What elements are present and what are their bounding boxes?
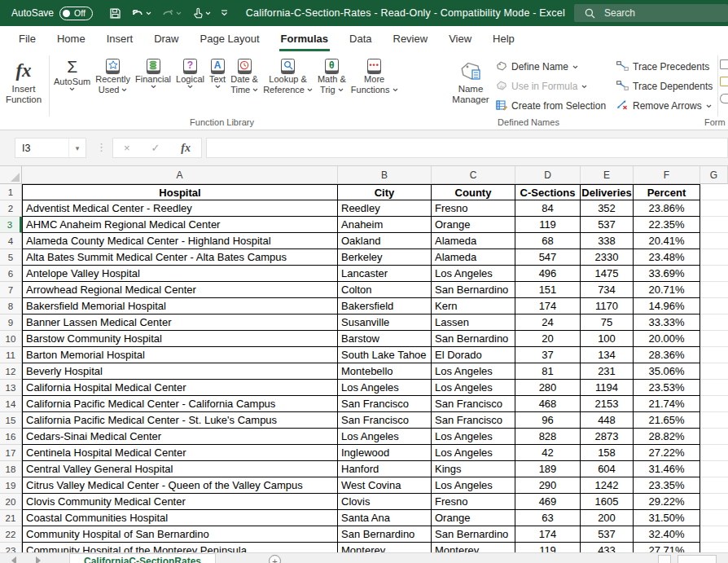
cell-deliveries[interactable]: 338 xyxy=(581,233,634,249)
cell-city[interactable]: Los Angeles xyxy=(338,380,432,396)
cell-percent[interactable]: 14.96% xyxy=(634,298,700,314)
cell-deliveries[interactable]: 158 xyxy=(581,445,634,461)
row-header[interactable]: 2 xyxy=(0,200,22,217)
header-cell[interactable]: Hospital xyxy=(22,184,338,200)
cell-hospital[interactable]: Bakersfield Memorial Hospital xyxy=(22,298,338,314)
cell-percent[interactable]: 20.71% xyxy=(634,282,700,298)
sheet-tab-active[interactable]: CaliforniaC-SectionRates xyxy=(69,553,216,563)
cell-city[interactable]: Inglewood xyxy=(338,445,432,461)
header-cell[interactable]: City xyxy=(338,184,432,200)
cell-c-sections[interactable]: 280 xyxy=(515,380,581,396)
enter-icon[interactable]: ✓ xyxy=(151,142,160,154)
empty-cell[interactable] xyxy=(700,412,728,429)
cell-city[interactable]: Anaheim xyxy=(338,217,432,233)
cell-county[interactable]: El Dorado xyxy=(432,347,515,363)
trace-dependents-button[interactable]: Trace Dependents xyxy=(616,77,713,96)
cell-percent[interactable]: 21.65% xyxy=(634,412,700,429)
cell-c-sections[interactable]: 37 xyxy=(515,347,581,363)
cell-c-sections[interactable]: 24 xyxy=(515,314,581,331)
cell-deliveries[interactable]: 1170 xyxy=(581,298,634,314)
cell-hospital[interactable]: Adventist Medical Center - Reedley xyxy=(22,200,338,217)
search-box[interactable]: Search xyxy=(574,4,728,22)
cell-county[interactable]: San Bernardino xyxy=(432,331,515,347)
autosave-toggle[interactable]: AutoSave Off xyxy=(11,7,93,20)
empty-cell[interactable] xyxy=(700,429,728,445)
cell-county[interactable]: San Bernardino xyxy=(432,282,515,298)
cell-hospital[interactable]: Coastal Communities Hospital xyxy=(22,510,338,526)
insert-function-icon[interactable]: fx xyxy=(181,142,191,155)
cell-percent[interactable]: 35.06% xyxy=(634,363,700,380)
cell-county[interactable]: Fresno xyxy=(432,200,515,217)
cell-deliveries[interactable]: 2153 xyxy=(581,396,634,412)
empty-cell[interactable] xyxy=(700,494,728,510)
formula-input[interactable] xyxy=(206,138,728,158)
cell-hospital[interactable]: California Hospital Medical Center xyxy=(22,380,338,396)
column-header-g[interactable]: G xyxy=(700,166,728,184)
empty-cell[interactable] xyxy=(700,510,728,526)
customize-quick-access-button[interactable] xyxy=(217,7,231,19)
cell-percent[interactable]: 20.41% xyxy=(634,233,700,249)
empty-cell[interactable] xyxy=(700,298,728,314)
row-header[interactable]: 12 xyxy=(0,363,22,380)
empty-cell[interactable] xyxy=(700,526,728,543)
name-box-dropdown[interactable]: ▾ xyxy=(68,139,86,157)
cell-deliveries[interactable]: 75 xyxy=(581,314,634,331)
cell-city[interactable]: Hanford xyxy=(338,461,432,477)
cell-c-sections[interactable]: 81 xyxy=(515,363,581,380)
row-header[interactable]: 14 xyxy=(0,396,22,412)
cell-county[interactable]: San Francisco xyxy=(432,396,515,412)
cell-county[interactable]: Kings xyxy=(432,461,515,477)
cell-deliveries[interactable]: 734 xyxy=(581,282,634,298)
cell-hospital[interactable]: AHMC Anaheim Regional Medical Center xyxy=(22,217,338,233)
cell-c-sections[interactable]: 469 xyxy=(515,494,581,510)
row-header[interactable]: 15 xyxy=(0,412,22,429)
empty-cell[interactable] xyxy=(700,363,728,380)
cell-deliveries[interactable]: 537 xyxy=(581,526,634,543)
insert-function-button[interactable]: fx Insert Function xyxy=(0,51,47,105)
row-header[interactable]: 8 xyxy=(0,298,22,314)
row-header[interactable]: 11 xyxy=(0,347,22,363)
cell-percent[interactable]: 33.69% xyxy=(634,266,700,282)
sheet-nav-right-icon[interactable] xyxy=(36,556,41,563)
sheet-nav-left-icon[interactable] xyxy=(11,556,16,563)
empty-cell[interactable] xyxy=(700,184,728,200)
row-header[interactable]: 10 xyxy=(0,331,22,347)
empty-cell[interactable] xyxy=(700,282,728,298)
cell-city[interactable]: Barstow xyxy=(338,331,432,347)
cell-c-sections[interactable]: 496 xyxy=(515,266,581,282)
tab-review[interactable]: Review xyxy=(383,26,439,51)
row-header[interactable]: 5 xyxy=(0,249,22,266)
cell-deliveries[interactable]: 2330 xyxy=(581,249,634,266)
save-button[interactable] xyxy=(106,5,125,22)
cell-hospital[interactable]: Community Hospital of San Bernardino xyxy=(22,526,338,543)
cell-hospital[interactable]: Banner Lassen Medical Center xyxy=(22,314,338,331)
header-cell[interactable]: C-Sections xyxy=(515,184,581,200)
cell-hospital[interactable]: Cedars-Sinai Medical Center xyxy=(22,429,338,445)
row-header[interactable]: 4 xyxy=(0,233,22,249)
row-header[interactable]: 1 xyxy=(0,184,22,200)
column-header-a[interactable]: A xyxy=(22,166,338,184)
select-all-corner[interactable] xyxy=(0,166,22,184)
cell-hospital[interactable]: Barton Memorial Hospital xyxy=(22,347,338,363)
cell-c-sections[interactable]: 68 xyxy=(515,233,581,249)
empty-cell[interactable] xyxy=(700,331,728,347)
row-header[interactable]: 7 xyxy=(0,282,22,298)
cancel-icon[interactable]: × xyxy=(124,142,130,154)
cell-deliveries[interactable]: 2873 xyxy=(581,429,634,445)
cell-hospital[interactable]: Alta Bates Summit Medical Center - Alta … xyxy=(22,249,338,266)
scrollbar-fragment[interactable] xyxy=(658,555,671,563)
cell-county[interactable]: Los Angeles xyxy=(432,363,515,380)
remove-arrows-button[interactable]: Remove Arrows xyxy=(616,96,713,116)
cell-county[interactable]: Alameda xyxy=(432,233,515,249)
cell-c-sections[interactable]: 468 xyxy=(515,396,581,412)
cell-percent[interactable]: 23.53% xyxy=(634,380,700,396)
cell-c-sections[interactable]: 189 xyxy=(515,461,581,477)
cell-c-sections[interactable]: 174 xyxy=(515,526,581,543)
name-box[interactable]: I3 ▾ xyxy=(15,138,86,158)
cell-county[interactable]: San Bernardino xyxy=(432,526,515,543)
cell-percent[interactable]: 23.48% xyxy=(634,249,700,266)
cell-c-sections[interactable]: 63 xyxy=(515,510,581,526)
row-header[interactable]: 17 xyxy=(0,445,22,461)
cell-city[interactable]: Colton xyxy=(338,282,432,298)
lookup-reference-button[interactable]: Lookup &Reference xyxy=(261,51,315,95)
